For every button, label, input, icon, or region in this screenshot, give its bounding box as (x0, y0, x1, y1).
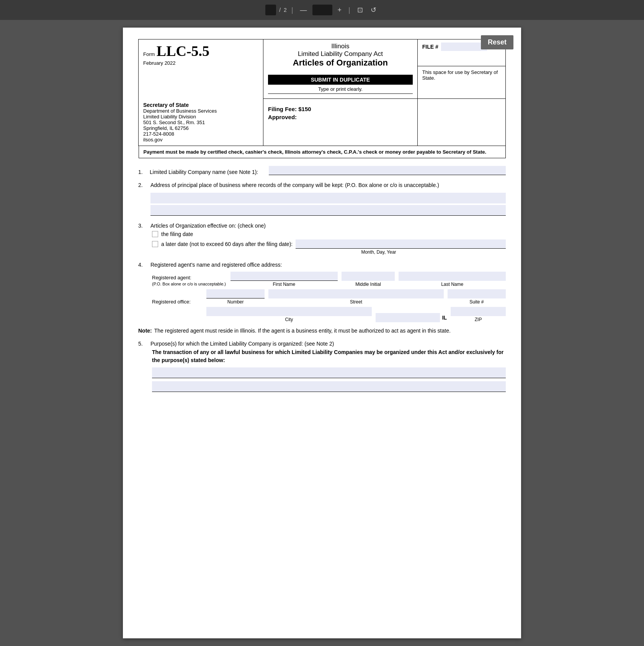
agent-first-name-input[interactable] (230, 272, 338, 281)
item-1-label: Limited Liability Company name (see Note… (150, 169, 266, 175)
item-3-number: 3. (138, 223, 147, 229)
item-5-label: Purpose(s) for which the Limited Liabili… (150, 341, 506, 347)
toolbar-divider-1: | (291, 6, 293, 14)
zoom-level-input[interactable]: 100% (312, 5, 332, 15)
file-label: FILE # (422, 44, 438, 50)
item-2-number: 2. (138, 182, 147, 188)
office-suite-input[interactable] (448, 289, 506, 298)
form-label: Form (143, 51, 155, 57)
agent-note: Note: The registered agent must reside i… (138, 328, 506, 334)
secretary-info-cell: Secretary of State Department of Busines… (139, 99, 263, 146)
note-text: The registered agent must reside in Illi… (154, 328, 451, 334)
po-box-note: (P.O. Box alone or c/o is unacceptable.) (152, 281, 226, 287)
office-city-input[interactable] (206, 307, 372, 316)
form-body: 1. Limited Liability Company name (see N… (138, 166, 506, 395)
page-separator: / (279, 7, 281, 13)
filing-fee: Filing Fee: $150 (268, 106, 413, 112)
payment-note: Payment must be made by certified check,… (139, 146, 506, 158)
agent-middle-initial-input[interactable] (342, 272, 395, 281)
approved: Approved: (268, 114, 413, 120)
submit-duplicate-label: SUBMIT IN DUPLICATE (268, 75, 413, 85)
header-table: Form LLC-5.5 February 2022 Illinois Limi… (138, 39, 506, 158)
sos-use-cell: This space for use by Secretary of State… (417, 66, 505, 99)
secretary-label: Secretary of State (143, 102, 189, 108)
office-state-input[interactable] (376, 313, 440, 322)
item-4-number: 4. (138, 262, 147, 268)
reg-office-label: Registered office: (152, 299, 202, 305)
later-date-input[interactable] (296, 239, 506, 249)
city-label: City (206, 317, 372, 322)
purpose-input-1[interactable] (152, 367, 506, 378)
item-5-number: 5. (138, 341, 147, 347)
page-current-input[interactable]: 1 (265, 5, 276, 15)
fit-page-button[interactable]: ⊡ (355, 5, 365, 15)
checkbox-later-date-label: a later date (not to exceed 60 days afte… (161, 241, 293, 247)
form-item-1: 1. Limited Liability Company name (see N… (138, 166, 506, 175)
item-4-label: Registered agent's name and registered o… (150, 262, 506, 268)
filing-fee-cell: Filing Fee: $150 Approved: (263, 99, 418, 146)
item-3-label: Articles of Organization effective on: (… (150, 223, 506, 229)
zoom-in-button[interactable]: + (335, 5, 344, 15)
zip-label: ZIP (451, 317, 506, 322)
agent-last-name-input[interactable] (399, 272, 506, 281)
type-print-label: Type or print clearly. (268, 86, 413, 92)
file-number-input[interactable] (441, 43, 487, 51)
later-date-row: a later date (not to exceed 60 days afte… (152, 239, 506, 249)
articles-title: Articles of Organization (268, 58, 413, 68)
sos-use-text: This space for use by Secretary of State… (422, 69, 498, 81)
office-street-input[interactable] (268, 289, 443, 298)
office-number-input[interactable] (206, 289, 265, 298)
form-item-5: 5. Purpose(s) for which the Limited Liab… (138, 341, 506, 395)
llc-name-input[interactable] (269, 166, 506, 175)
form-item-4: 4. Registered agent's name and registere… (138, 262, 506, 334)
toolbar-divider-2: | (348, 6, 350, 14)
sos-space-cell (417, 99, 505, 146)
form-date: February 2022 (143, 60, 258, 66)
note-label: Note: (138, 328, 152, 334)
document-container: Reset Form LLC-5.5 February 2022 Illinoi… (0, 20, 644, 646)
page-1: Reset Form LLC-5.5 February 2022 Illinoi… (123, 28, 521, 638)
state-name: Illinois (268, 43, 413, 50)
first-name-label: First Name (230, 282, 338, 287)
address-input-line1[interactable] (150, 193, 506, 203)
purpose-text: The transaction of any or all lawful bus… (152, 348, 506, 364)
item-2-label: Address of principal place of business w… (150, 182, 506, 188)
dept-line6: ilsos.gov (143, 137, 163, 143)
rotate-button[interactable]: ↺ (368, 5, 379, 15)
form-number: LLC-5.5 (157, 43, 209, 59)
office-zip-input[interactable] (451, 307, 506, 316)
month-day-year-label: Month, Day, Year (152, 249, 506, 255)
item-1-number: 1. (138, 169, 147, 175)
act-name: Limited Liability Company Act (268, 50, 413, 58)
suite-label: Suite # (448, 299, 506, 305)
street-label: Street (268, 299, 443, 305)
last-name-label: Last Name (399, 282, 506, 287)
reset-button[interactable]: Reset (481, 35, 513, 49)
dept-line4: Springfield, IL 62756 (143, 125, 189, 131)
state-abbr-label: IL (442, 315, 447, 321)
checkbox-later-date-box[interactable] (152, 241, 158, 247)
dept-line5: 217-524-8008 (143, 131, 174, 137)
number-label: Number (206, 299, 265, 305)
purpose-input-area (152, 367, 506, 395)
address-input-line2[interactable] (150, 205, 506, 216)
registered-agent-section: Registered agent: (P.O. Box alone or c/o… (152, 272, 506, 322)
form-item-2: 2. Address of principal place of busines… (138, 182, 506, 216)
zoom-out-button[interactable]: — (298, 5, 309, 15)
dept-line2: Limited Liability Division (143, 114, 196, 120)
checkbox-filing-date-box[interactable] (152, 231, 158, 237)
checkbox-filing-date: the filing date (152, 231, 506, 237)
middle-initial-label: Middle Initial (342, 282, 395, 287)
reg-agent-label: Registered agent: (152, 275, 226, 280)
checkbox-filing-date-label: the filing date (161, 231, 193, 237)
dept-line3: 501 S. Second St., Rm. 351 (143, 120, 205, 125)
page-total: 2 (284, 7, 287, 13)
toolbar: 1 / 2 | — 100% + | ⊡ ↺ (0, 0, 644, 20)
dept-line1: Department of Business Services (143, 108, 217, 114)
form-item-3: 3. Articles of Organization effective on… (138, 223, 506, 255)
purpose-input-2[interactable] (152, 381, 506, 392)
